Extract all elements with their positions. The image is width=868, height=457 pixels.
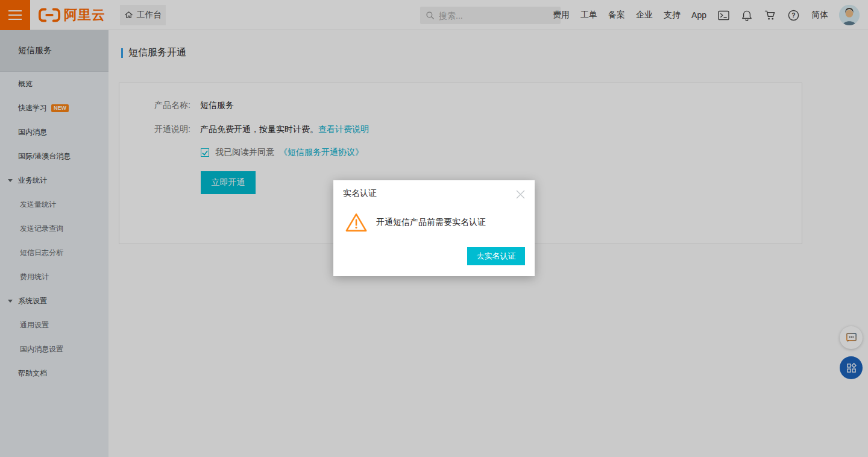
modal-message: 开通短信产品前需要实名认证 <box>376 217 486 228</box>
close-icon[interactable] <box>515 189 526 200</box>
modal-body: 开通短信产品前需要实名认证 <box>333 199 535 233</box>
go-verify-button[interactable]: 去实名认证 <box>467 247 525 265</box>
modal-title: 实名认证 <box>333 180 535 199</box>
app-window: 阿里云 工作台 费用工单备案企业支持App <box>0 0 868 457</box>
warning-icon <box>345 212 368 233</box>
real-name-verification-modal: 实名认证 开通短信产品前需要实名认证 去实名认证 <box>333 180 535 276</box>
